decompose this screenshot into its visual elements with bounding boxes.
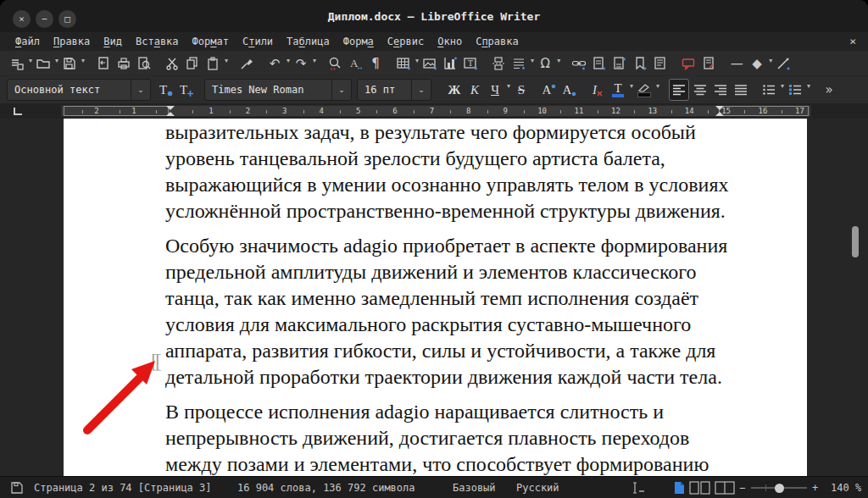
text-line[interactable]: В процессе исполнения adagio наращиваетс… <box>165 399 728 425</box>
table-dropdown-arrow[interactable]: ▾ <box>415 56 419 66</box>
clone-formatting-button[interactable] <box>237 53 256 74</box>
numbered-list-dropdown-arrow[interactable]: ▾ <box>807 81 810 91</box>
insert-footnote-button[interactable] <box>590 53 609 74</box>
insert-chart-button[interactable] <box>441 53 459 74</box>
single-page-view-icon[interactable] <box>674 481 685 498</box>
save-dropdown-arrow[interactable]: ▾ <box>81 56 85 66</box>
insert-textbox-button[interactable]: T <box>461 53 480 74</box>
find-replace-button[interactable] <box>326 53 344 74</box>
font-name-combobox[interactable]: Times New Roman ⌄ <box>204 79 352 101</box>
zoom-in-button[interactable]: + <box>812 477 818 498</box>
copy-button[interactable] <box>183 53 202 74</box>
redo-dropdown-arrow[interactable]: ▾ <box>313 56 316 66</box>
basic-shapes-button[interactable]: ◆ <box>748 53 766 74</box>
insert-hyperlink-button[interactable] <box>570 53 588 74</box>
chevron-down-icon[interactable]: ⌄ <box>411 80 431 100</box>
menu-form[interactable]: Форма <box>337 32 381 51</box>
strikethrough-button[interactable]: S <box>512 80 531 100</box>
menu-tools[interactable]: Сервис <box>381 32 431 51</box>
insert-endnote-button[interactable] <box>610 53 629 74</box>
export-pdf-button[interactable] <box>94 53 113 74</box>
align-left-button[interactable] <box>669 79 689 101</box>
ruler-band[interactable]: 211234567891011121314151617 <box>61 105 811 117</box>
text-line[interactable]: непрерывность движений, достигается плав… <box>165 425 728 451</box>
text-line[interactable]: предельной амплитуды движений и элементо… <box>165 259 728 285</box>
toolbar-overflow-button[interactable]: » <box>820 80 838 100</box>
menu-window[interactable]: Окно <box>431 32 469 51</box>
scrollbar-thumb[interactable] <box>852 226 859 257</box>
menu-view[interactable]: Вид <box>97 32 129 51</box>
align-right-button[interactable] <box>711 80 730 100</box>
open-dropdown-arrow[interactable]: ▾ <box>55 56 58 66</box>
multi-page-view-icon[interactable] <box>689 481 711 498</box>
highlight-dropdown-arrow[interactable]: ▾ <box>656 81 659 91</box>
shapes-dropdown-arrow[interactable]: ▾ <box>769 56 772 66</box>
bullet-list-dropdown-arrow[interactable]: ▾ <box>781 81 784 91</box>
menu-edit[interactable]: Правка <box>47 32 97 51</box>
horizontal-ruler[interactable]: 211234567891011121314151617 <box>0 103 868 119</box>
text-line[interactable]: детальной проработки траектории движения… <box>165 364 728 390</box>
zoom-out-button[interactable]: − <box>739 477 745 498</box>
clear-formatting-button[interactable]: I <box>588 80 607 100</box>
page-number-status[interactable]: Страница 2 из 74 [Страница 3] <box>34 477 212 498</box>
text-line[interactable]: выразительных задач, в результате чего ф… <box>165 119 728 146</box>
chevron-down-icon[interactable]: ⌄ <box>331 80 351 100</box>
new-dropdown-arrow[interactable]: ▾ <box>29 56 32 66</box>
page-style-status[interactable]: Базовый <box>453 477 496 498</box>
paragraph-style-combobox[interactable]: Основной текст ⌄ <box>7 79 151 101</box>
insert-line-button[interactable] <box>774 53 793 74</box>
selection-mode-icon[interactable] <box>629 481 648 498</box>
cut-button[interactable] <box>163 53 181 74</box>
bold-button[interactable]: Ж <box>445 80 464 100</box>
open-button[interactable] <box>34 53 53 74</box>
italic-button[interactable]: К <box>465 80 484 100</box>
field-dropdown-arrow[interactable]: ▾ <box>531 56 534 66</box>
insert-cross-reference-button[interactable] <box>651 53 670 74</box>
print-preview-button[interactable] <box>135 53 153 74</box>
new-document-button[interactable] <box>8 53 26 74</box>
new-style-button[interactable]: Т <box>177 80 196 100</box>
text-line[interactable]: усложнённой пространственно-временной ст… <box>165 198 728 224</box>
vertical-scrollbar[interactable] <box>851 224 860 476</box>
font-size-combobox[interactable]: 16 пт ⌄ <box>357 79 431 101</box>
text-line[interactable]: Особую значимость adagio приобретает в а… <box>165 233 728 259</box>
print-button[interactable] <box>114 53 133 74</box>
spelling-button[interactable]: A <box>346 53 364 74</box>
chevron-down-icon[interactable]: ⌄ <box>131 80 150 100</box>
document-close-button[interactable]: × <box>849 32 856 51</box>
language-status[interactable]: Русский <box>516 477 559 498</box>
justify-button[interactable] <box>732 80 750 100</box>
text-line[interactable]: аппарата, развития гибкости, силы и усто… <box>165 338 728 364</box>
bullet-list-button[interactable] <box>760 80 778 100</box>
menu-help[interactable]: Справка <box>469 32 526 51</box>
special-character-button[interactable]: Ω <box>536 53 554 74</box>
paste-dropdown-arrow[interactable]: ▾ <box>225 56 228 66</box>
paste-button[interactable] <box>203 53 222 74</box>
menu-styles[interactable]: Стили <box>236 32 280 51</box>
page-break-button[interactable] <box>489 53 508 74</box>
book-view-icon[interactable] <box>715 481 735 498</box>
subscript-button[interactable]: A <box>560 80 579 100</box>
text-line[interactable]: условия для максимального раскрытия суст… <box>165 312 728 338</box>
update-style-button[interactable]: Т <box>157 80 175 100</box>
text-line[interactable]: выражающийся в умении осознанно управлят… <box>165 172 728 198</box>
insert-field-button[interactable] <box>509 53 528 74</box>
formatting-marks-button[interactable]: ¶ <box>366 53 385 74</box>
font-color-button[interactable]: Т <box>609 80 627 100</box>
text-line[interactable]: танца, так как именно замедленный темп и… <box>165 285 728 312</box>
insert-bookmark-button[interactable] <box>631 53 649 74</box>
document-view[interactable]: выразительных задач, в результате чего ф… <box>0 119 868 476</box>
zoom-slider-thumb[interactable] <box>775 484 784 493</box>
insert-table-button[interactable] <box>394 53 413 74</box>
first-line-indent-marker[interactable] <box>166 106 175 110</box>
text-line[interactable]: уровень танцевальной зрелости будущего а… <box>165 146 728 172</box>
save-button[interactable] <box>60 53 79 74</box>
insert-image-button[interactable] <box>420 53 439 74</box>
undo-dropdown-arrow[interactable]: ▾ <box>287 56 290 66</box>
horizontal-line-button[interactable]: — <box>727 53 746 74</box>
menu-format[interactable]: Формат <box>186 32 236 51</box>
track-changes-button[interactable] <box>699 53 718 74</box>
underline-dropdown-arrow[interactable]: ▾ <box>507 81 510 91</box>
save-status-icon[interactable] <box>10 481 24 498</box>
word-count-status[interactable]: 16 904 слова, 136 792 символа <box>237 477 415 498</box>
